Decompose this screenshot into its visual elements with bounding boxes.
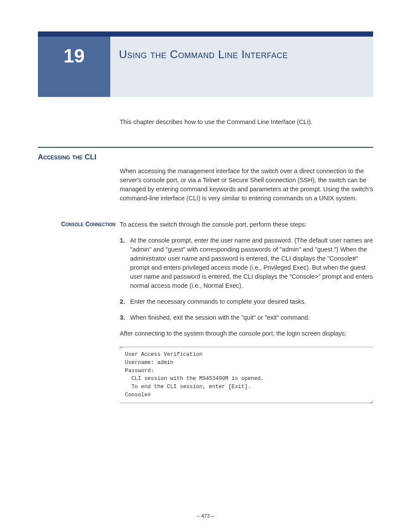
list-item: 3.When finished, exit the session with t… bbox=[120, 313, 373, 322]
code-block-login-screen: User Access Verification Username: admin… bbox=[120, 347, 373, 403]
subsection-label: Console Connection bbox=[38, 220, 115, 229]
chapter-number: 19 bbox=[38, 37, 110, 97]
after-steps-text: After connecting to the system through t… bbox=[120, 329, 373, 338]
subsection-intro: To access the switch through the console… bbox=[120, 220, 373, 229]
step-number: 2. bbox=[120, 297, 125, 306]
chapter-title-block: Using the Command Line Interface bbox=[110, 37, 373, 97]
subsection-console-connection: Console Connection To access the switch … bbox=[38, 220, 373, 338]
section-body: When accessing the management interface … bbox=[120, 167, 373, 203]
steps-list: 1.At the console prompt, enter the user … bbox=[120, 236, 373, 322]
step-number: 1. bbox=[120, 236, 125, 245]
section-divider bbox=[38, 147, 373, 148]
step-number: 3. bbox=[120, 313, 125, 322]
section-heading-accessing-cli: Accessing the CLI bbox=[38, 153, 373, 162]
step-text: Enter the necessary commands to complete… bbox=[130, 298, 306, 305]
chapter-intro: This chapter describes how to use the Co… bbox=[120, 118, 373, 125]
page-number: – 473 – bbox=[0, 513, 411, 519]
list-item: 1.At the console prompt, enter the user … bbox=[120, 236, 373, 290]
step-text: When finished, exit the session with the… bbox=[130, 314, 310, 321]
chapter-header: 19 Using the Command Line Interface bbox=[38, 37, 373, 97]
chapter-title: Using the Command Line Interface bbox=[119, 46, 288, 63]
list-item: 2.Enter the necessary commands to comple… bbox=[120, 297, 373, 306]
step-text: At the console prompt, enter the user na… bbox=[130, 237, 373, 289]
